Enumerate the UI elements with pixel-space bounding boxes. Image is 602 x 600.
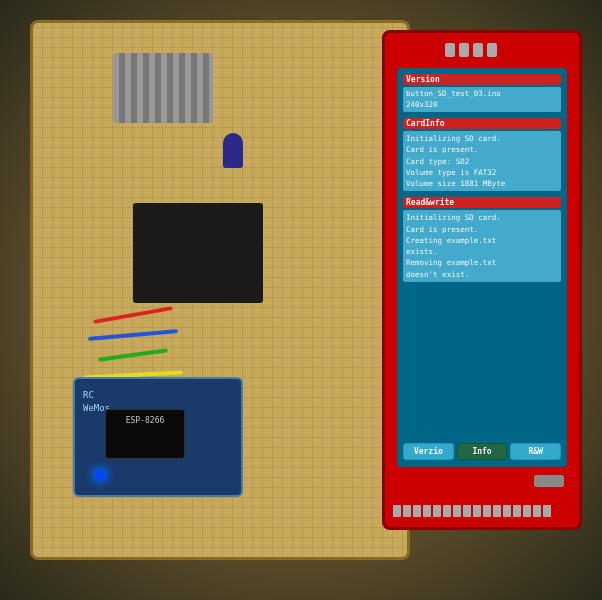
cardinfo-content: Initializing SD card. Card is present. C… <box>403 131 561 191</box>
readwrite-line1: Initializing SD card. <box>406 212 558 223</box>
esp-chip: ESP-8266 <box>105 409 185 459</box>
tft-pin-b13 <box>513 505 521 517</box>
cardinfo-section: CardInfo Initializing SD card. Card is p… <box>401 116 563 193</box>
tft-pin-2 <box>459 43 469 57</box>
version-line1: button_SD_test_03.ino <box>406 89 558 100</box>
readwrite-line2: Card is present. <box>406 224 558 235</box>
readwrite-content: Initializing SD card. Card is present. C… <box>403 210 561 282</box>
esp-chip-label: ESP-8266 <box>106 416 184 426</box>
version-content: button_SD_test_03.ino 240x320 <box>403 87 561 112</box>
lcd-screen: Version button_SD_test_03.ino 240x320 Ca… <box>397 68 567 467</box>
capacitor <box>223 133 243 168</box>
readwrite-section: Read&write Initializing SD card. Card is… <box>401 195 563 438</box>
cardinfo-line2: Card is present. <box>406 144 558 155</box>
tft-pin-b6 <box>443 505 451 517</box>
tft-top-pins <box>445 43 497 57</box>
tft-pin-b10 <box>483 505 491 517</box>
btn-rw[interactable]: R&W <box>510 443 561 460</box>
tft-bottom-pins <box>393 505 571 517</box>
tft-pin-b2 <box>403 505 411 517</box>
cardinfo-line4: Volume type is FAT32 <box>406 167 558 178</box>
tft-pin-b4 <box>423 505 431 517</box>
tft-pin-b9 <box>473 505 481 517</box>
tft-pin-b15 <box>533 505 541 517</box>
readwrite-line3: Creating example.txt <box>406 235 558 246</box>
heatsink <box>113 53 213 123</box>
version-line2: 240x320 <box>406 100 558 111</box>
breadboard: RC WeMos ESP-8266 <box>30 20 410 560</box>
tft-pin-b8 <box>463 505 471 517</box>
tft-pin-b3 <box>413 505 421 517</box>
wire-blue <box>88 329 178 341</box>
tft-pin-b12 <box>503 505 511 517</box>
btn-version[interactable]: Verzio <box>403 443 454 460</box>
tft-pin-b7 <box>453 505 461 517</box>
esp8266-module: RC WeMos ESP-8266 <box>73 377 243 497</box>
tft-pin-b14 <box>523 505 531 517</box>
readwrite-line4: exists. <box>406 246 558 257</box>
cardinfo-line5: Volume size 1881 MByte <box>406 178 558 189</box>
cardinfo-line3: Card type: SD2 <box>406 156 558 167</box>
readwrite-header: Read&write <box>403 197 561 208</box>
tft-pin-1 <box>445 43 455 57</box>
btn-info[interactable]: Info <box>457 443 508 460</box>
button-bar: Verzio Info R&W <box>401 440 563 463</box>
tft-pin-b5 <box>433 505 441 517</box>
ic-chip <box>133 203 263 303</box>
esp-led-blue <box>95 470 105 480</box>
wire-green <box>98 348 168 362</box>
sd-card-slot <box>534 475 564 487</box>
version-header: Version <box>403 74 561 85</box>
version-section: Version button_SD_test_03.ino 240x320 <box>401 72 563 114</box>
readwrite-line6: doesn't exist. <box>406 269 558 280</box>
scene: RC WeMos ESP-8266 Version <box>0 0 602 600</box>
tft-pin-b1 <box>393 505 401 517</box>
cardinfo-header: CardInfo <box>403 118 561 129</box>
cardinfo-line1: Initializing SD card. <box>406 133 558 144</box>
tft-pin-3 <box>473 43 483 57</box>
tft-pin-b16 <box>543 505 551 517</box>
wire-red <box>93 306 172 324</box>
readwrite-line5: Removing example.txt <box>406 257 558 268</box>
tft-pin-4 <box>487 43 497 57</box>
tft-display-module: Version button_SD_test_03.ino 240x320 Ca… <box>382 30 582 530</box>
tft-screen-area: Version button_SD_test_03.ino 240x320 Ca… <box>397 68 567 467</box>
tft-pin-b11 <box>493 505 501 517</box>
